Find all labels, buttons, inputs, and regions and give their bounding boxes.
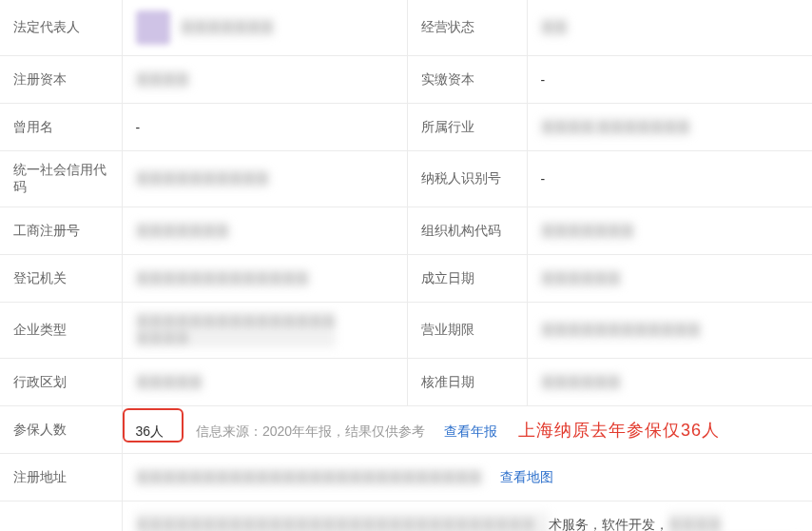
value-industry: 某某某某 某某某某某某某 bbox=[527, 104, 812, 151]
value-tax-id: - bbox=[527, 151, 812, 207]
redacted-text: 某某某某某某某 bbox=[541, 223, 634, 240]
redacted-text: 某某某某 bbox=[668, 512, 722, 531]
redacted-text: 某某某某 某某某某某某某 bbox=[541, 119, 691, 136]
view-annual-report-link[interactable]: 查看年报 bbox=[444, 423, 497, 439]
label-est-date: 成立日期 bbox=[407, 255, 527, 303]
redacted-text: 某某某某某某某 bbox=[136, 223, 229, 240]
label-reg-capital: 注册资本 bbox=[0, 56, 122, 104]
source-note: 信息来源：2020年年报，结果仅供参考 bbox=[196, 423, 425, 439]
label-biz-reg-no: 工商注册号 bbox=[0, 207, 122, 255]
value-ent-type: 某某某某某某某某某某某某某某某某某某某 bbox=[122, 303, 407, 359]
value-est-date: 某某某某某某 bbox=[527, 255, 812, 303]
insured-count-value: 36人 bbox=[136, 423, 164, 439]
value-op-period: 某某某某某某某某某某某某 bbox=[527, 303, 812, 359]
view-map-link[interactable]: 查看地图 bbox=[500, 469, 553, 484]
redacted-text: 某某某某某某某某某某某某某某某某某某某某某某某某某某 bbox=[136, 469, 482, 486]
label-tax-id: 纳税人识别号 bbox=[407, 151, 527, 207]
avatar-icon bbox=[136, 10, 170, 45]
label-op-status: 经营状态 bbox=[407, 0, 527, 56]
value-former-name: - bbox=[122, 104, 407, 151]
label-reg-authority: 登记机关 bbox=[0, 255, 122, 303]
label-ent-type: 企业类型 bbox=[0, 303, 122, 359]
company-info-table: 法定代表人 某某某某某某某 经营状态 某某 注册资本 某某某某 实缴资本 - 曾… bbox=[0, 0, 812, 531]
value-insured-count: 36人 信息来源：2020年年报，结果仅供参考 查看年报 上海纳原去年参保仅36… bbox=[122, 406, 812, 454]
label-paid-capital: 实缴资本 bbox=[407, 56, 527, 104]
value-paid-capital: - bbox=[527, 56, 812, 104]
label-legal-rep: 法定代表人 bbox=[0, 0, 122, 56]
redacted-text: 某某某某某某某某某某某某某某某某某某某 bbox=[136, 313, 336, 347]
redacted-text: 某某 bbox=[541, 19, 568, 36]
value-reg-authority: 某某某某某某某某某某某某某 bbox=[122, 255, 407, 303]
redacted-text: 某某某某某 bbox=[136, 374, 203, 391]
value-legal-rep: 某某某某某某某 bbox=[122, 0, 407, 56]
redacted-text: 某某某某某某某某某某某某某某某某某某某某某某某某某某某某某某， bbox=[136, 512, 549, 531]
label-approval-date: 核准日期 bbox=[407, 359, 527, 406]
label-insured-count: 参保人数 bbox=[0, 406, 122, 454]
label-org-code: 组织机构代码 bbox=[407, 207, 527, 255]
label-uscc: 统一社会信用代码 bbox=[0, 151, 122, 207]
value-reg-address: 某某某某某某某某某某某某某某某某某某某某某某某某某某 查看地图 bbox=[122, 454, 812, 502]
value-org-code: 某某某某某某某 bbox=[527, 207, 812, 255]
value-reg-capital: 某某某某 bbox=[122, 56, 407, 104]
value-admin-div: 某某某某某 bbox=[122, 359, 407, 406]
value-uscc: 某某某某某某某某某某 bbox=[122, 151, 407, 207]
redacted-text: 某某某某某某 bbox=[541, 374, 621, 391]
redacted-text: 某某某某某某某某某某某某某 bbox=[136, 270, 309, 287]
label-admin-div: 行政区划 bbox=[0, 359, 122, 406]
label-op-period: 营业期限 bbox=[407, 303, 527, 359]
value-biz-reg-no: 某某某某某某某 bbox=[122, 207, 407, 255]
redacted-text: 某某某某某某某 bbox=[181, 19, 274, 36]
redacted-text: 某某某某某某某某某某 bbox=[136, 170, 269, 187]
label-former-name: 曾用名 bbox=[0, 104, 122, 151]
label-reg-address: 注册地址 bbox=[0, 454, 122, 502]
value-approval-date: 某某某某某某 bbox=[527, 359, 812, 406]
redacted-text: 某某某某某某某某某某某某 bbox=[541, 322, 701, 339]
annotation-text: 上海纳原去年参保仅36人 bbox=[518, 421, 720, 440]
redacted-text: 某某某某 bbox=[136, 71, 189, 88]
biz-scope-fragment: 术服务，软件开发， bbox=[549, 517, 668, 531]
label-biz-scope: 经营范围 bbox=[0, 502, 122, 532]
redacted-text: 某某某某某某 bbox=[541, 270, 621, 287]
label-industry: 所属行业 bbox=[407, 104, 527, 151]
value-biz-scope: 某某某某某某某某某某某某某某某某某某某某某某某某某某某某某某，术服务，软件开发，… bbox=[122, 502, 812, 532]
value-op-status: 某某 bbox=[527, 0, 812, 56]
